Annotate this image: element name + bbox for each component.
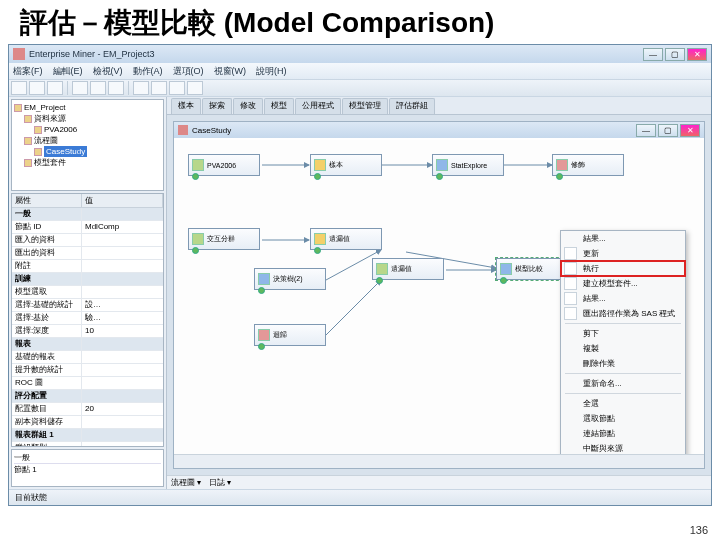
context-menu[interactable]: 結果...更新執行建立模型套件...結果...匯出路徑作業為 SAS 程式剪下複…: [560, 230, 686, 454]
property-row[interactable]: 模型選取: [12, 286, 163, 299]
inner-min-button[interactable]: —: [636, 124, 656, 137]
node-model-comparison[interactable]: 模型比較: [496, 258, 568, 280]
diagram-canvas[interactable]: PVA2006 樣本 StatExplore 修飾 交互分群 遺漏值 決策樹(2…: [174, 140, 704, 454]
tool-cut-icon[interactable]: [72, 81, 88, 95]
property-value[interactable]: MdlComp: [82, 221, 163, 233]
tree-item-selected[interactable]: CaseStudy: [34, 146, 161, 157]
property-row[interactable]: 訓練: [12, 273, 163, 286]
context-menu-item[interactable]: 連結節點: [561, 426, 685, 441]
property-value[interactable]: 驗…: [82, 312, 163, 324]
context-menu-item[interactable]: 中斷與來源: [561, 441, 685, 454]
property-value[interactable]: 20: [82, 403, 163, 415]
context-menu-item[interactable]: 重新命名...: [561, 376, 685, 391]
menu-help[interactable]: 說明(H): [256, 65, 287, 78]
context-menu-item[interactable]: 全選: [561, 396, 685, 411]
property-value[interactable]: [82, 247, 163, 259]
property-value[interactable]: 設…: [82, 299, 163, 311]
property-row[interactable]: 匯入的資料: [12, 234, 163, 247]
menu-edit[interactable]: 編輯(E): [53, 65, 83, 78]
property-row[interactable]: 配置數目20: [12, 403, 163, 416]
property-rows[interactable]: 一般節點 IDMdlComp匯入的資料匯出的資料附註訓練模型選取選擇:基礎的統計…: [12, 208, 163, 447]
log-tab-log[interactable]: 日誌 ▾: [209, 477, 231, 488]
node-sample[interactable]: 樣本: [310, 154, 382, 176]
property-row[interactable]: 報表群組 1: [12, 429, 163, 442]
tab-modify[interactable]: 修改: [233, 98, 263, 114]
property-row[interactable]: 評分配置: [12, 390, 163, 403]
menu-file[interactable]: 檔案(F): [13, 65, 43, 78]
context-menu-item[interactable]: 結果...: [561, 291, 685, 306]
tool-paste-icon[interactable]: [108, 81, 124, 95]
inner-max-button[interactable]: ▢: [658, 124, 678, 137]
context-menu-item[interactable]: 選取節點: [561, 411, 685, 426]
node-intermediate[interactable]: 遺漏值: [372, 258, 444, 280]
tree-root[interactable]: EM_Project: [14, 102, 161, 113]
node-datasource[interactable]: PVA2006: [188, 154, 260, 176]
tab-model[interactable]: 模型: [264, 98, 294, 114]
tab-utility[interactable]: 公用程式: [295, 98, 341, 114]
context-menu-item[interactable]: 匯出路徑作業為 SAS 程式: [561, 306, 685, 321]
tool-new-icon[interactable]: [11, 81, 27, 95]
horizontal-scrollbar[interactable]: [174, 454, 704, 468]
context-menu-item[interactable]: 刪除作業: [561, 356, 685, 371]
node-regression[interactable]: 迴歸: [254, 324, 326, 346]
property-value[interactable]: [82, 260, 163, 272]
property-value[interactable]: [82, 234, 163, 246]
property-value[interactable]: [82, 416, 163, 428]
tool-copy-icon[interactable]: [90, 81, 106, 95]
property-row[interactable]: 選擇:深度10: [12, 325, 163, 338]
maximize-button[interactable]: ▢: [665, 48, 685, 61]
tab-mgmt[interactable]: 模型管理: [342, 98, 388, 114]
property-value[interactable]: [82, 442, 163, 447]
tool-open-icon[interactable]: [29, 81, 45, 95]
tab-explore[interactable]: 探索: [202, 98, 232, 114]
close-button[interactable]: ✕: [687, 48, 707, 61]
property-row[interactable]: 匯出的資料: [12, 247, 163, 260]
property-row[interactable]: 一般: [12, 208, 163, 221]
node-cluster[interactable]: 交互分群: [188, 228, 260, 250]
node-impute[interactable]: 遺漏值: [310, 228, 382, 250]
menu-window[interactable]: 視窗(W): [214, 65, 247, 78]
context-menu-item[interactable]: 剪下: [561, 326, 685, 341]
menu-view[interactable]: 檢視(V): [93, 65, 123, 78]
tree-item[interactable]: 資料來源: [24, 113, 161, 124]
tree-item[interactable]: PVA2006: [34, 124, 161, 135]
property-row[interactable]: 基礎的報表: [12, 351, 163, 364]
tool-zoom-icon[interactable]: [169, 81, 185, 95]
tree-item[interactable]: 模型套件: [24, 157, 161, 168]
context-menu-item[interactable]: 執行: [561, 261, 685, 276]
project-tree[interactable]: EM_Project 資料來源 PVA2006 流程圖 CaseStudy 模型…: [11, 99, 164, 191]
property-value[interactable]: [82, 351, 163, 363]
node-modify[interactable]: 修飾: [552, 154, 624, 176]
log-tab-diagram[interactable]: 流程圖 ▾: [171, 477, 201, 488]
property-row[interactable]: 節點 IDMdlComp: [12, 221, 163, 234]
menu-action[interactable]: 動作(A): [133, 65, 163, 78]
node-statexplore[interactable]: StatExplore: [432, 154, 504, 176]
tool-stop-icon[interactable]: [151, 81, 167, 95]
property-row[interactable]: 提升數的統計: [12, 364, 163, 377]
tree-item[interactable]: 流程圖: [24, 135, 161, 146]
inner-close-button[interactable]: ✕: [680, 124, 700, 137]
node-tree[interactable]: 決策樹(2): [254, 268, 326, 290]
context-menu-item[interactable]: 結果...: [561, 231, 685, 246]
property-value[interactable]: [82, 286, 163, 298]
property-row[interactable]: 副本資料儲存: [12, 416, 163, 429]
property-value[interactable]: [82, 377, 163, 389]
property-row[interactable]: 報表: [12, 338, 163, 351]
property-value[interactable]: 10: [82, 325, 163, 337]
context-menu-item[interactable]: 複製: [561, 341, 685, 356]
tool-save-icon[interactable]: [47, 81, 63, 95]
tab-assess[interactable]: 評估群組: [389, 98, 435, 114]
tool-grid-icon[interactable]: [187, 81, 203, 95]
property-row[interactable]: 附註: [12, 260, 163, 273]
context-menu-item[interactable]: 更新: [561, 246, 685, 261]
tool-run-icon[interactable]: [133, 81, 149, 95]
property-row[interactable]: 選擇:基礎的統計設…: [12, 299, 163, 312]
property-row[interactable]: ROC 圖: [12, 377, 163, 390]
property-value[interactable]: [82, 364, 163, 376]
tab-sample[interactable]: 樣本: [171, 98, 201, 114]
property-row[interactable]: 選擇:基於驗…: [12, 312, 163, 325]
property-row[interactable]: 群組類別: [12, 442, 163, 447]
menu-options[interactable]: 選項(O): [173, 65, 204, 78]
context-menu-item[interactable]: 建立模型套件...: [561, 276, 685, 291]
minimize-button[interactable]: —: [643, 48, 663, 61]
